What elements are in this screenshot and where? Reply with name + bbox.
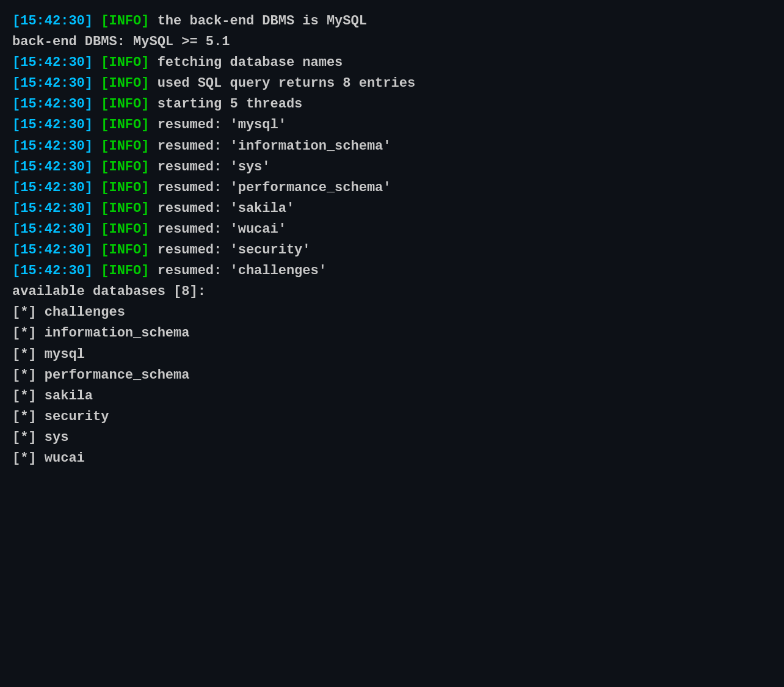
db-bullet: [*] — [12, 451, 45, 466]
info-tag: [INFO] — [101, 76, 149, 91]
info-tag: [INFO] — [101, 55, 149, 70]
terminal-line: [15:42:30] [INFO] resumed: 'wucai' — [12, 219, 772, 240]
terminal-line: [15:42:30] [INFO] resumed: 'sys' — [12, 157, 772, 178]
info-tag: [INFO] — [101, 13, 149, 29]
terminal-line: back-end DBMS: MySQL >= 5.1 — [12, 32, 772, 53]
db-name: mysql — [45, 347, 85, 362]
log-message: resumed: 'mysql' — [149, 117, 286, 133]
terminal-line: [15:42:30] [INFO] used SQL query returns… — [12, 73, 772, 94]
db-bullet: [*] — [12, 325, 45, 341]
log-message: resumed: 'sys' — [149, 159, 270, 175]
terminal-line: [15:42:30] [INFO] the back-end DBMS is M… — [12, 11, 772, 32]
info-tag: [INFO] — [101, 96, 149, 112]
info-tag: [INFO] — [101, 159, 149, 175]
db-bullet: [*] — [12, 305, 45, 320]
terminal-line: [15:42:30] [INFO] resumed: 'sakila' — [12, 198, 772, 219]
terminal-output: [15:42:30] [INFO] the back-end DBMS is M… — [12, 11, 772, 469]
log-message: resumed: 'challenges' — [149, 263, 326, 278]
timestamp: [15:42:30] — [12, 159, 93, 175]
db-name: sys — [45, 430, 69, 445]
info-tag: [INFO] — [101, 222, 149, 237]
timestamp: [15:42:30] — [12, 222, 93, 237]
timestamp: [15:42:30] — [12, 117, 93, 133]
info-tag: [INFO] — [101, 263, 149, 278]
terminal-line: [*] mysql — [12, 344, 772, 365]
terminal-line: [15:42:30] [INFO] resumed: 'information_… — [12, 136, 772, 157]
log-message: the back-end DBMS is MySQL — [149, 13, 366, 29]
info-tag: [INFO] — [101, 139, 149, 154]
timestamp: [15:42:30] — [12, 76, 93, 91]
info-tag: [INFO] — [101, 242, 149, 258]
log-message: resumed: 'security' — [149, 242, 310, 258]
timestamp: [15:42:30] — [12, 201, 93, 216]
log-message: fetching database names — [149, 55, 343, 70]
db-bullet: [*] — [12, 347, 45, 362]
timestamp: [15:42:30] — [12, 180, 93, 195]
timestamp: [15:42:30] — [12, 263, 93, 278]
info-tag: [INFO] — [101, 117, 149, 133]
db-name: security — [45, 409, 109, 424]
terminal-line: [*] wucai — [12, 448, 772, 469]
log-message: resumed: 'information_schema' — [149, 139, 391, 154]
log-message: resumed: 'performance_schema' — [149, 180, 391, 195]
terminal-line: [15:42:30] [INFO] resumed: 'performance_… — [12, 178, 772, 198]
log-message: used SQL query returns 8 entries — [149, 76, 415, 91]
log-message: starting 5 threads — [149, 96, 302, 112]
db-bullet: [*] — [12, 409, 45, 424]
db-bullet: [*] — [12, 388, 45, 404]
terminal-line: [15:42:30] [INFO] resumed: 'security' — [12, 240, 772, 261]
terminal-line: [*] challenges — [12, 302, 772, 323]
db-name: wucai — [45, 451, 85, 466]
timestamp: [15:42:30] — [12, 55, 93, 70]
terminal-line: [15:42:30] [INFO] resumed: 'mysql' — [12, 115, 772, 136]
log-message: resumed: 'wucai' — [149, 222, 286, 237]
terminal-line: available databases [8]: — [12, 282, 772, 302]
terminal-line: [*] performance_schema — [12, 365, 772, 386]
terminal-line: [15:42:30] [INFO] fetching database name… — [12, 53, 772, 73]
terminal-line: [15:42:30] [INFO] resumed: 'challenges' — [12, 261, 772, 282]
db-name: sakila — [45, 388, 93, 404]
timestamp: [15:42:30] — [12, 139, 93, 154]
terminal-line: [*] information_schema — [12, 323, 772, 344]
terminal-line: [15:42:30] [INFO] starting 5 threads — [12, 94, 772, 115]
timestamp: [15:42:30] — [12, 242, 93, 258]
info-tag: [INFO] — [101, 201, 149, 216]
timestamp: [15:42:30] — [12, 13, 93, 29]
info-tag: [INFO] — [101, 180, 149, 195]
log-message: resumed: 'sakila' — [149, 201, 294, 216]
db-bullet: [*] — [12, 368, 45, 383]
terminal-line: [*] security — [12, 407, 772, 427]
terminal-line: [*] sakila — [12, 386, 772, 407]
db-name: information_schema — [45, 325, 190, 341]
db-name: challenges — [45, 305, 125, 320]
terminal-line: [*] sys — [12, 427, 772, 448]
db-name: performance_schema — [45, 368, 190, 383]
timestamp: [15:42:30] — [12, 96, 93, 112]
db-bullet: [*] — [12, 430, 45, 445]
